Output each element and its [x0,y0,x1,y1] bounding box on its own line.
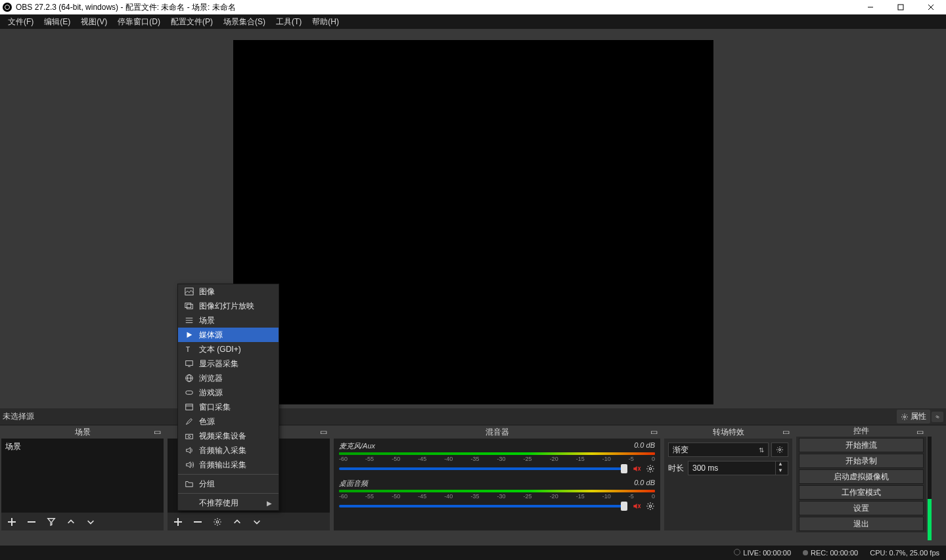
ctx-deprecated[interactable]: 不推荐使用▶ [178,496,279,510]
menu-view[interactable]: 视图(V) [76,15,112,29]
transition-properties-button[interactable] [771,442,788,457]
list-icon [185,316,194,325]
settings-button[interactable]: 设置 [799,501,924,515]
titlebar: OBS 27.2.3 (64-bit, windows) - 配置文件: 未命名… [0,0,946,14]
volume-slider[interactable] [339,505,627,507]
ctx-video-capture[interactable]: 视频采集设备 [178,429,279,443]
move-scene-up-button[interactable] [66,517,76,527]
svg-point-40 [188,435,191,438]
svg-rect-31 [186,361,193,366]
ctx-display-capture[interactable]: 显示器采集 [178,356,279,371]
scene-item[interactable]: 场景 [1,439,164,455]
transitions-header[interactable]: 转场特效 ▭ [664,425,792,439]
svg-rect-39 [186,434,193,439]
window-title: OBS 27.2.3 (64-bit, windows) - 配置文件: 未命名… [16,2,236,13]
channel-meter [339,452,655,455]
start-virtual-camera-button[interactable]: 启动虚拟摄像机 [799,469,924,484]
menu-tools[interactable]: 工具(T) [271,15,307,29]
volume-slider[interactable] [339,467,627,470]
duration-spinner[interactable]: 300 ms ▲▼ [688,461,788,475]
status-rec: REC: 00:00:00 [803,549,858,557]
undock-icon[interactable]: ▭ [916,427,924,437]
move-source-down-button[interactable] [252,517,262,527]
undock-icon[interactable]: ▭ [154,427,161,437]
channel-settings-button[interactable] [646,502,655,511]
maximize-button[interactable] [886,0,916,14]
status-cpu: CPU: 0.7%, 25.00 fps [870,549,939,557]
ctx-scene[interactable]: 场景 [178,313,279,328]
gear-icon [776,446,784,454]
ctx-browser[interactable]: 浏览器 [178,371,279,385]
source-info-bar: 未选择源 属性 [0,408,946,425]
play-icon [185,330,194,339]
move-source-up-button[interactable] [232,517,242,527]
channel-db: 0.0 dB [634,479,655,488]
undock-icon[interactable]: ▭ [782,427,790,437]
add-source-button[interactable] [173,517,183,527]
ctx-slideshow[interactable]: 图像幻灯片放映 [178,299,279,313]
menu-file[interactable]: 文件(F) [3,15,39,29]
menu-docks[interactable]: 停靠窗口(D) [112,15,166,29]
mixer-header[interactable]: 混音器 ▭ [334,425,660,439]
ctx-color-source[interactable]: 色源 [178,414,279,429]
move-scene-down-button[interactable] [85,517,96,527]
no-source-selected-label: 未选择源 [3,411,34,422]
ctx-game-capture[interactable]: 游戏源 [178,385,279,400]
add-scene-button[interactable] [7,517,17,527]
menu-profile[interactable]: 配置文件(P) [166,15,218,29]
scene-filters-button[interactable] [46,517,56,527]
minimize-button[interactable] [855,0,886,14]
preview-canvas[interactable] [233,40,713,404]
transitions-panel: 转场特效 ▭ 渐变 ⇅ 时长 300 ms ▲▼ [664,425,792,530]
undock-icon[interactable]: ▭ [650,427,658,437]
close-button[interactable] [916,0,946,14]
ctx-text-gdi[interactable]: T文本 (GDI+) [178,342,279,356]
sources-toolbar [168,512,330,530]
scenes-panel: 场景 ▭ 场景 [1,425,164,530]
audio-in-icon [185,446,194,455]
ctx-audio-output[interactable]: 音频输出采集 [178,458,279,472]
remove-scene-button[interactable] [26,517,37,527]
properties-button[interactable]: 属性 [897,410,930,423]
controls-header[interactable]: 控件 ▭ [796,425,926,437]
ctx-media-source[interactable]: 媒体源 [178,328,279,342]
mixer-channel-desktop: 桌面音频 0.0 dB -60-55-50-45-40-35-30-25-20-… [339,479,655,511]
source-properties-button[interactable] [212,517,223,527]
scenes-header[interactable]: 场景 ▭ [1,425,164,439]
svg-rect-25 [187,304,193,309]
monitor-icon [185,359,194,368]
db-ticks: -60-55-50-45-40-35-30-25-20-15-10-50 [339,493,655,500]
exit-button[interactable]: 退出 [799,517,924,531]
transition-select[interactable]: 渐变 ⇅ [668,442,769,457]
svg-point-4 [904,416,906,418]
spinner-buttons[interactable]: ▲▼ [775,462,785,475]
ctx-window-capture[interactable]: 窗口采集 [178,400,279,414]
ctx-image[interactable]: 图像 [178,284,279,299]
mixer-channel-mic: 麦克风/Aux 0.0 dB -60-55-50-45-40-35-30-25-… [339,441,655,473]
ctx-group[interactable]: 分组 [178,477,279,491]
scene-list[interactable]: 场景 [1,439,164,512]
separator [178,493,279,494]
svg-text:T: T [186,345,191,353]
ctx-audio-input[interactable]: 音频输入采集 [178,443,279,458]
svg-rect-36 [186,391,193,394]
studio-mode-button[interactable]: 工作室模式 [799,485,924,500]
menu-edit[interactable]: 编辑(E) [39,15,76,29]
filters-button[interactable] [932,412,943,422]
svg-rect-1 [898,5,903,10]
preview-area [0,29,946,408]
start-recording-button[interactable]: 开始录制 [799,454,924,468]
svg-point-6 [937,416,939,418]
filter-icon [935,413,939,421]
svg-point-21 [649,505,652,507]
remove-source-button[interactable] [192,517,203,527]
menu-help[interactable]: 帮助(H) [307,15,344,29]
globe-icon [185,374,194,383]
start-streaming-button[interactable]: 开始推流 [799,438,924,452]
undock-icon[interactable]: ▭ [320,427,327,437]
mute-button[interactable] [631,502,642,511]
mute-button[interactable] [631,464,642,473]
menu-scene-collection[interactable]: 场景集合(S) [218,15,271,29]
channel-settings-button[interactable] [646,464,655,473]
svg-point-22 [779,449,781,451]
